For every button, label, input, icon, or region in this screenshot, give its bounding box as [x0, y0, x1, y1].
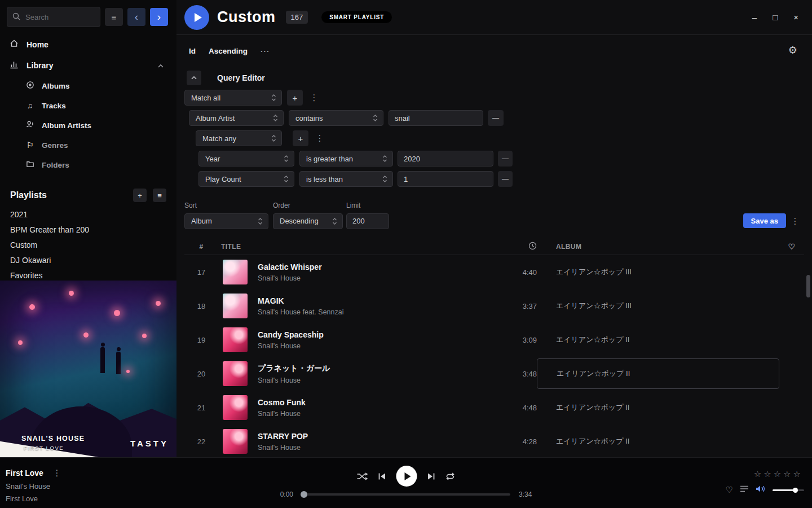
sidebar-item-album-artists[interactable]: Album Artists	[0, 115, 176, 135]
star-icon[interactable]: ☆	[774, 469, 783, 479]
rule-operator-dropdown[interactable]: is greater than	[299, 151, 393, 167]
scrollbar-thumb[interactable]	[806, 275, 810, 297]
table-row[interactable]: 20 プラネット・ガール Snail's House 3:48 エイリアン☆ポッ…	[184, 357, 804, 391]
nav-forward-button[interactable]: ›	[150, 8, 168, 26]
album-art-thumbnail	[223, 361, 248, 386]
track-number: 19	[184, 336, 218, 344]
kebab-icon[interactable]: ⋮	[789, 216, 801, 226]
order-dropdown[interactable]: Descending	[273, 213, 343, 229]
play-pause-button[interactable]	[396, 466, 417, 487]
updown-chevron-icon	[273, 114, 278, 122]
table-row[interactable]: 18 MAGIK Snail's House feat. Sennzai 3:3…	[184, 289, 804, 323]
nav-back-button[interactable]: ‹	[127, 8, 145, 26]
minus-icon: —	[502, 155, 509, 163]
track-duration: 3:37	[500, 302, 537, 310]
more-icon[interactable]: ···	[261, 47, 270, 55]
sort-field[interactable]: Id	[189, 47, 196, 55]
remove-rule-button[interactable]: —	[498, 171, 513, 187]
add-group-rule-button[interactable]: +	[293, 130, 308, 146]
search-input[interactable]	[7, 7, 100, 27]
column-title[interactable]: TITLE	[218, 243, 500, 251]
rule-field-dropdown[interactable]: Play Count	[198, 171, 294, 187]
table-row[interactable]: 21 Cosmo Funk Snail's House 4:48 エイリアン☆ポ…	[184, 391, 804, 424]
sidebar-item-label: Albums	[42, 82, 70, 90]
collapse-chevron-icon[interactable]	[157, 61, 164, 70]
lantern-glow	[114, 310, 120, 316]
lantern-glow	[83, 332, 89, 338]
updown-chevron-icon	[382, 155, 387, 163]
hamburger-icon: ≡	[112, 12, 117, 22]
playlist-item[interactable]: 2021	[0, 207, 176, 222]
save-as-button[interactable]: Save as	[743, 213, 786, 228]
playlist-item[interactable]: Custom	[0, 237, 176, 252]
group-match-mode-dropdown[interactable]: Match any	[196, 130, 282, 146]
collapse-query-editor-button[interactable]	[187, 71, 201, 85]
table-row[interactable]: 17 Galactic Whisper Snail's House 4:40 エ…	[184, 255, 804, 289]
rule-field-dropdown[interactable]: Year	[198, 151, 294, 167]
sidebar-item-genres[interactable]: ⚐ Genres	[0, 135, 176, 155]
track-title: Cosmo Funk	[258, 398, 500, 407]
favorite-heart-icon[interactable]: ♡	[726, 485, 733, 495]
rating-stars[interactable]: ☆☆☆☆☆	[754, 469, 803, 479]
remove-rule-button[interactable]: —	[488, 110, 504, 126]
sidebar-item-tracks[interactable]: ♫ Tracks	[0, 96, 176, 115]
volume-icon[interactable]	[756, 485, 766, 495]
rule-field-dropdown[interactable]: Album Artist	[189, 110, 284, 126]
playlist-item[interactable]: BPM Greater than 200	[0, 222, 176, 237]
maximize-button[interactable]: □	[773, 12, 778, 22]
gear-icon[interactable]: ⚙	[788, 44, 797, 56]
updown-chevron-icon	[271, 94, 276, 102]
duration-column-clock-icon[interactable]	[500, 242, 537, 252]
limit-input[interactable]	[346, 213, 389, 229]
table-row[interactable]: 22 STARRY POP Snail's House 4:28 エイリアン☆ポ…	[184, 424, 804, 457]
rule-value-input[interactable]	[389, 110, 483, 126]
next-track-button[interactable]	[427, 472, 436, 480]
track-album-selected-cell[interactable]: エイリアン☆ポップ II	[537, 358, 779, 389]
sort-direction[interactable]: Ascending	[209, 47, 248, 55]
rule-value-input[interactable]	[398, 151, 493, 167]
queue-icon[interactable]	[740, 485, 749, 495]
star-icon[interactable]: ☆	[783, 469, 793, 479]
sidebar-item-library[interactable]: Library	[0, 55, 176, 76]
kebab-icon[interactable]: ⋮	[51, 468, 63, 478]
limit-label: Limit	[346, 202, 360, 209]
shuffle-button[interactable]	[357, 472, 368, 480]
rule-operator-dropdown[interactable]: is less than	[299, 171, 393, 187]
sidebar-item-home[interactable]: Home	[0, 34, 176, 55]
sidebar-item-albums[interactable]: Albums	[0, 76, 176, 96]
playlist-item[interactable]: DJ Okawari	[0, 252, 176, 268]
kebab-icon[interactable]: ⋮	[314, 133, 325, 143]
kebab-icon[interactable]: ⋮	[308, 93, 320, 103]
now-playing-info: First Love ⋮ Snail's House First Love	[6, 468, 63, 503]
favorite-column-heart-icon[interactable]: ♡	[779, 242, 804, 251]
volume-slider[interactable]	[773, 489, 804, 491]
track-title: プラネット・ガール	[258, 364, 500, 374]
star-icon[interactable]: ☆	[754, 469, 764, 479]
remove-rule-button[interactable]: —	[498, 151, 513, 167]
volume-handle[interactable]	[793, 488, 798, 493]
rule-value-input[interactable]	[398, 171, 493, 187]
close-button[interactable]: ×	[793, 12, 798, 22]
menu-button[interactable]: ≡	[105, 8, 123, 26]
transport-controls	[357, 466, 456, 487]
sidebar-item-folders[interactable]: Folders	[0, 155, 176, 175]
rule-operator-dropdown[interactable]: contains	[289, 110, 383, 126]
column-album[interactable]: ALBUM	[556, 243, 779, 251]
updown-chevron-icon	[382, 175, 387, 183]
minimize-button[interactable]: –	[752, 12, 757, 22]
add-rule-button[interactable]: +	[287, 90, 303, 106]
table-row[interactable]: 19 Candy Spaceship Snail's House 3:09 エイ…	[184, 323, 804, 357]
play-playlist-button[interactable]	[184, 5, 209, 30]
match-mode-dropdown[interactable]: Match all	[184, 90, 282, 106]
playlist-list-button[interactable]: ≡	[153, 189, 166, 202]
track-album: エイリアン☆ポップ III	[556, 301, 779, 311]
repeat-button[interactable]	[445, 472, 456, 480]
sort-dropdown[interactable]: Album	[184, 213, 268, 229]
column-number[interactable]: #	[184, 243, 218, 251]
star-icon[interactable]: ☆	[793, 469, 803, 479]
star-icon[interactable]: ☆	[764, 469, 773, 479]
previous-track-button[interactable]	[378, 472, 387, 480]
add-playlist-button[interactable]: +	[133, 189, 147, 202]
seek-bar[interactable]	[302, 493, 510, 496]
seek-handle[interactable]	[301, 491, 307, 498]
